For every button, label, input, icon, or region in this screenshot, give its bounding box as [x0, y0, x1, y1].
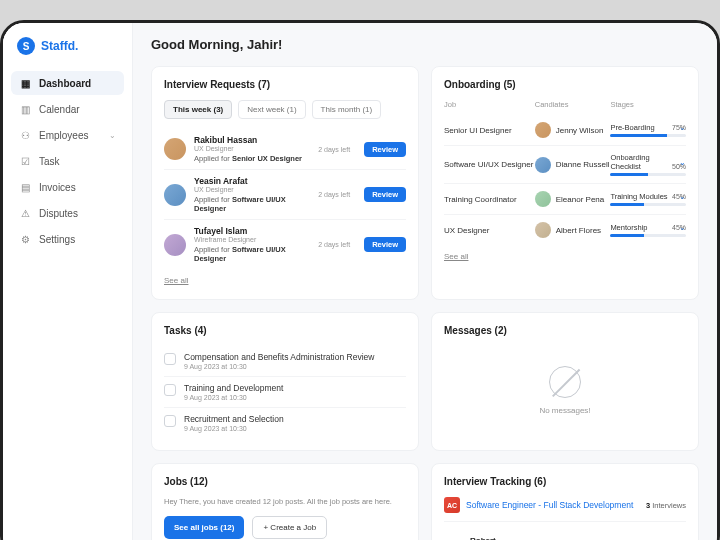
sidebar-item-calendar[interactable]: ▥Calendar: [11, 97, 124, 121]
sidebar: S Staffd. ▦Dashboard▥Calendar⚇Employees⌄…: [3, 23, 133, 540]
candidate-name: Albert Flores: [556, 226, 601, 235]
onboarding-row: UX DesignerAlbert FloresMentorship⌄45%: [444, 215, 686, 245]
stage-name: Mentorship: [610, 223, 647, 232]
time-left: 2 days left: [318, 191, 350, 198]
jobs-subtitle: Hey There, you have created 12 job posts…: [164, 497, 406, 506]
check-icon: ☑: [19, 155, 31, 167]
sidebar-item-dashboard[interactable]: ▦Dashboard: [11, 71, 124, 95]
users-icon: ⚇: [19, 129, 31, 141]
nav-label: Dashboard: [39, 78, 91, 89]
alert-icon: ⚠: [19, 207, 31, 219]
task-name: Recruitment and Selection: [184, 414, 406, 424]
review-button[interactable]: Review: [364, 237, 406, 252]
sidebar-item-task[interactable]: ☑Task: [11, 149, 124, 173]
logo[interactable]: S Staffd.: [3, 37, 132, 71]
sidebar-item-disputes[interactable]: ⚠Disputes: [11, 201, 124, 225]
applied-for: Applied for Software UI/UX Designer: [194, 245, 310, 263]
task-checkbox[interactable]: [164, 353, 176, 365]
applied-for: Applied for Software UI/UX Designer: [194, 195, 310, 213]
review-button[interactable]: Review: [364, 187, 406, 202]
progress-percent: 45%: [672, 224, 686, 231]
candidate-name: Eleanor Pena: [556, 195, 604, 204]
onboarding-card: Onboarding (5) Job Candiates Stages Seni…: [431, 66, 699, 300]
interview-tracking-card: Interview Tracking (6) AC Software Engin…: [431, 463, 699, 540]
avatar: [164, 138, 186, 160]
onboarding-row: Training CoordinatorEleanor PenaTraining…: [444, 184, 686, 215]
tab[interactable]: This month (1): [312, 100, 382, 119]
progress-percent: 45%: [672, 193, 686, 200]
progress-percent: 50%: [672, 163, 686, 170]
stage-name: Pre-Boarding: [610, 123, 654, 132]
tab[interactable]: Next week (1): [238, 100, 305, 119]
card-title: Interview Requests (7): [164, 79, 406, 90]
tracking-row: Robert Fox2 days leftStage Manual Applic…: [444, 530, 686, 540]
candidate-name: Dianne Russell: [556, 160, 610, 169]
task-row: Training and Development9 Aug 2023 at 10…: [164, 377, 406, 408]
task-checkbox[interactable]: [164, 415, 176, 427]
gear-icon: ⚙: [19, 233, 31, 245]
task-row: Compensation and Benefits Administration…: [164, 346, 406, 377]
interview-request-row: Rakibul HassanUX DesignerApplied for Sen…: [164, 129, 406, 170]
messages-card: Messages (2) No messages!: [431, 312, 699, 451]
task-row: Recruitment and Selection9 Aug 2023 at 1…: [164, 408, 406, 438]
applied-for: Applied for Senior UX Designer: [194, 154, 310, 163]
job-title: Senior UI Designer: [444, 126, 535, 135]
task-date: 9 Aug 2023 at 10:30: [184, 394, 406, 401]
interview-requests-card: Interview Requests (7) This week (3)Next…: [151, 66, 419, 300]
avatar: [535, 122, 551, 138]
onboarding-row: Senior UI DesignerJenny WilsonPre-Boardi…: [444, 115, 686, 146]
tab[interactable]: This week (3): [164, 100, 232, 119]
candidate-name: Robert Fox: [470, 536, 496, 540]
no-messages-icon: [549, 366, 581, 398]
job-title: UX Designer: [444, 226, 535, 235]
empty-text: No messages!: [539, 406, 590, 415]
interview-request-row: Tufayel IslamWireframe DesignerApplied f…: [164, 220, 406, 269]
card-title: Messages (2): [444, 325, 686, 336]
logo-icon: S: [17, 37, 35, 55]
nav-label: Task: [39, 156, 60, 167]
task-name: Training and Development: [184, 383, 406, 393]
candidate-name: Tufayel Islam: [194, 226, 310, 236]
calendar-icon: ▥: [19, 103, 31, 115]
card-title: Tasks (4): [164, 325, 406, 336]
create-job-button[interactable]: + Create a Job: [252, 516, 327, 539]
logo-text: Staffd.: [41, 39, 78, 53]
task-checkbox[interactable]: [164, 384, 176, 396]
nav-label: Calendar: [39, 104, 80, 115]
candidate-role: Wireframe Designer: [194, 236, 310, 243]
sidebar-item-employees[interactable]: ⚇Employees⌄: [11, 123, 124, 147]
col-candidates: Candiates: [535, 100, 611, 109]
sidebar-item-settings[interactable]: ⚙Settings: [11, 227, 124, 251]
candidate-name: Rakibul Hassan: [194, 135, 310, 145]
interview-request-row: Yeasin ArafatUX DesignerApplied for Soft…: [164, 170, 406, 220]
sidebar-item-invoices[interactable]: ▤Invoices: [11, 175, 124, 199]
stage-name: Training Modules: [610, 192, 667, 201]
avatar: [535, 222, 551, 238]
review-button[interactable]: Review: [364, 142, 406, 157]
nav-label: Disputes: [39, 208, 78, 219]
page-title: Good Morning, Jahir!: [151, 37, 699, 52]
tasks-card: Tasks (4) Compensation and Benefits Admi…: [151, 312, 419, 451]
jobs-card: Jobs (12) Hey There, you have created 12…: [151, 463, 419, 540]
task-date: 9 Aug 2023 at 10:30: [184, 363, 406, 370]
nav-label: Settings: [39, 234, 75, 245]
avatar: [164, 184, 186, 206]
time-left: 2 days left: [318, 241, 350, 248]
chevron-down-icon: ⌄: [109, 131, 116, 140]
card-title: Interview Tracking (6): [444, 476, 686, 487]
tracking-job-title[interactable]: Software Engineer - Full Stack Developme…: [466, 500, 640, 510]
task-name: Compensation and Benefits Administration…: [184, 352, 406, 362]
col-stages: Stages: [610, 100, 686, 109]
candidate-name: Jenny Wilson: [556, 126, 604, 135]
see-all-link[interactable]: See all: [444, 252, 468, 261]
avatar: [535, 191, 551, 207]
see-all-link[interactable]: See all: [164, 276, 188, 285]
see-all-jobs-button[interactable]: See all jobs (12): [164, 516, 244, 539]
nav-label: Employees: [39, 130, 88, 141]
company-logo-icon: AC: [444, 497, 460, 513]
progress-percent: 75%: [672, 124, 686, 131]
candidate-role: UX Designer: [194, 186, 310, 193]
main: Good Morning, Jahir! Interview Requests …: [133, 23, 717, 540]
job-title: Software UI/UX Designer: [444, 160, 535, 169]
grid-icon: ▦: [19, 77, 31, 89]
